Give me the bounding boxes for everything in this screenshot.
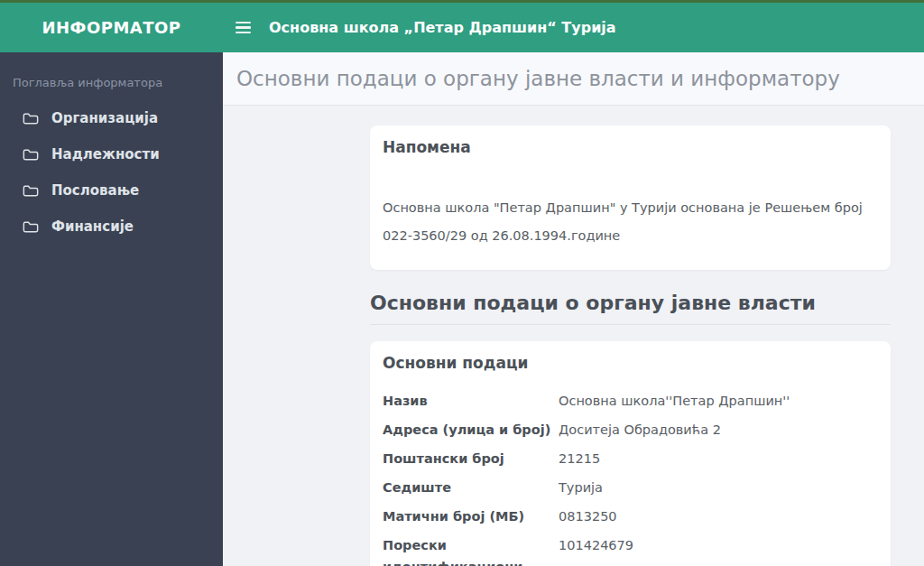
page-title: Основни подаци о органу јавне власти и и… (236, 67, 840, 90)
table-row: Назив Основна школа''Петар Драпшин'' (383, 386, 878, 415)
row-value: 0813250 (559, 506, 617, 527)
row-label: Матични број (МБ) (383, 506, 559, 527)
section-divider (370, 324, 891, 325)
sidebar-item-organizacija[interactable]: Организација (0, 100, 223, 136)
basic-data-card: Основни подаци Назив Основна школа''Пета… (370, 341, 891, 566)
top-navbar: ИНФОРМАТОР Основна школа „Петар Драпшин“… (0, 0, 924, 52)
row-value: Основна школа''Петар Драпшин'' (559, 390, 790, 412)
basic-data-table: Назив Основна школа''Петар Драпшин'' Адр… (383, 386, 878, 566)
institution-title: Основна школа „Петар Драпшин“ Турија (269, 19, 616, 36)
sidebar-item-label: Пословање (51, 182, 139, 199)
folder-icon (23, 112, 39, 125)
topbar-main: Основна школа „Петар Драпшин“ Турија (223, 3, 924, 52)
row-value: 21215 (559, 448, 600, 469)
row-label: Назив (383, 390, 559, 412)
sidebar-item-finansije[interactable]: Финансије (0, 209, 223, 245)
table-row: Седиште Турија (383, 473, 878, 502)
sidebar-item-poslovanje[interactable]: Пословање (0, 172, 223, 209)
folder-icon (23, 148, 39, 162)
note-card-body: Основна школа "Петар Драпшин" у Турији о… (383, 194, 878, 250)
basic-data-card-title: Основни подаци (383, 354, 878, 372)
main-content: Основни подаци о органу јавне власти и и… (223, 52, 924, 566)
menu-toggle-icon[interactable] (236, 22, 251, 34)
content-area: Напомена Основна школа "Петар Драпшин" у… (223, 106, 924, 566)
table-row: Адреса (улица и број) Доситеја Обрадовић… (383, 415, 878, 444)
folder-icon (23, 220, 39, 234)
app-logo[interactable]: ИНФОРМАТОР (0, 3, 223, 52)
sidebar-item-label: Организација (51, 110, 158, 126)
sidebar-caption: Поглавља информатора (0, 52, 223, 100)
folder-icon (23, 184, 39, 198)
section-title: Основни подаци о органу јавне власти (370, 292, 891, 314)
page-title-bar: Основни подаци о органу јавне власти и и… (223, 52, 924, 106)
sidebar: Поглавља информатора Организација Надлеж… (0, 52, 223, 566)
sidebar-item-label: Надлежности (51, 146, 160, 162)
row-label: Порески идентификациони број (383, 534, 559, 566)
row-label: Седиште (383, 477, 559, 498)
table-row: Порески идентификациони број 101424679 (383, 531, 878, 566)
row-value: 101424679 (559, 534, 633, 566)
row-value: Доситеја Обрадовића 2 (559, 419, 721, 441)
sidebar-item-label: Финансије (51, 218, 134, 235)
row-value: Турија (559, 477, 603, 498)
note-card-title: Напомена (383, 138, 878, 156)
note-card: Напомена Основна школа "Петар Драпшин" у… (370, 125, 891, 270)
row-label: Адреса (улица и број) (383, 419, 559, 441)
table-row: Матични број (МБ) 0813250 (383, 502, 878, 531)
row-label: Поштански број (383, 448, 559, 469)
table-row: Поштански број 21215 (383, 444, 878, 473)
sidebar-item-nadleznosti[interactable]: Надлежности (0, 136, 223, 172)
